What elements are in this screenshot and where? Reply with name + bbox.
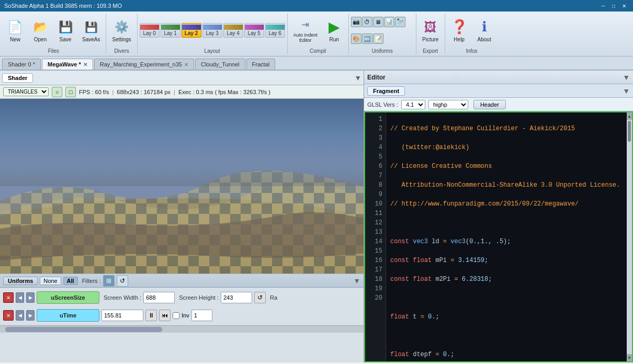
saveas-button[interactable]: 💾 SaveAs (78, 15, 104, 46)
hscroll-thumb[interactable] (5, 327, 162, 332)
lay5-label: Lay 5 (247, 30, 260, 36)
utime-next-button[interactable]: ▶ (26, 310, 35, 321)
utime-prev-button[interactable]: ◀ (16, 310, 24, 321)
picture-button[interactable]: 🖼 Picture (419, 15, 443, 46)
saveas-icon: 💾 (83, 19, 99, 36)
uniform-row-screensize: ✕ ◀ ▶ uScreenSize Screen Width : Screen … (3, 290, 360, 305)
editor-header-dropdown[interactable]: ▼ (623, 73, 630, 82)
main-area: Shader ▼ TRIANGLES ○ □ FPS : 60 f/s | 68… (0, 71, 633, 362)
screensize-refresh-button[interactable]: ↺ (254, 292, 266, 303)
lay0-label: Lay 0 (143, 30, 155, 36)
lay3-button[interactable]: Lay 3 (202, 23, 222, 38)
tab-megawave-close[interactable]: ✕ (83, 62, 87, 67)
tab-shader0[interactable]: Shader 0 * (2, 59, 41, 70)
lay6-button[interactable]: Lay 6 (265, 23, 285, 38)
autoindent-run-group: ⇥ Auto IndentEditor ▶ Run Compil (288, 14, 349, 54)
line-numbers: 1 2 3 4 5 6 7 8 9 10 11 12 13 14 15 16 1… (365, 112, 386, 361)
close-button[interactable]: ✕ (619, 1, 629, 10)
open-button[interactable]: 📂 Open (28, 15, 52, 46)
utime-remove-button[interactable]: ✕ (3, 310, 14, 321)
triangles-select[interactable]: TRIANGLES (3, 87, 49, 96)
tab-megawave[interactable]: MegaWave * ✕ (42, 59, 93, 70)
new-button[interactable]: 📄 New (3, 15, 27, 46)
tab-fractal[interactable]: Fractal (246, 59, 276, 70)
screensize-next-button[interactable]: ▶ (26, 292, 35, 303)
glsl-version-select[interactable]: 4.1 3.3 1.5 (401, 100, 425, 109)
view-icon-3[interactable]: 🖥 (373, 17, 383, 27)
uniforms-tab-button[interactable]: Uniforms (3, 277, 38, 285)
code-line-8 (390, 293, 623, 303)
right-panel: Editor ▼ Fragment ▼ GLSL Vers : 4.1 3.3 … (364, 71, 633, 362)
utime-inv-value[interactable] (191, 310, 212, 321)
uniforms-header: Uniforms None All Filters : ⊞ ↺ ▼ (0, 274, 364, 288)
save-button[interactable]: 💾 Save (53, 15, 77, 46)
utime-value-input[interactable] (101, 310, 143, 321)
lay1-button[interactable]: Lay 1 (161, 23, 180, 38)
about-button[interactable]: ℹ About (472, 15, 496, 46)
shader-dropdown[interactable]: ▼ (354, 74, 361, 82)
uniform-list-icon[interactable]: ↺ (117, 275, 128, 287)
scroll-down-button[interactable]: ▼ (627, 354, 632, 361)
header-button[interactable]: Header (473, 100, 506, 109)
scroll-thumb[interactable] (628, 121, 631, 142)
lay4-button[interactable]: Lay 4 (223, 23, 243, 38)
tab-raymarching-close[interactable]: ✕ (184, 62, 188, 67)
autoindent-button[interactable]: ⇥ Auto IndentEditor (290, 15, 321, 46)
view-icon-7[interactable]: 🔤 (362, 33, 372, 44)
filter-none-button[interactable]: None (40, 277, 61, 285)
code-line-11: float dtepf = 0.; (390, 350, 623, 359)
scroll-up-button[interactable]: ▲ (627, 112, 632, 120)
code-line-6: const float mPi = 3.14159; (390, 256, 623, 265)
code-line-4 (390, 218, 623, 228)
lay0-color-icon (140, 25, 159, 30)
help-label: Help (454, 37, 465, 42)
help-button[interactable]: ❓ Help (447, 15, 471, 46)
scroll-track[interactable] (627, 120, 632, 354)
view-circle-btn[interactable]: ○ (52, 87, 62, 97)
screen-width-input[interactable] (143, 292, 175, 303)
maximize-button[interactable]: □ (609, 1, 618, 10)
lay0-button[interactable]: Lay 0 (140, 23, 160, 38)
filter-all-button[interactable]: All (63, 277, 78, 285)
view-square-btn[interactable]: □ (65, 87, 76, 97)
fragment-button[interactable]: Fragment (367, 86, 405, 96)
utime-reset-button[interactable]: ⏮ (159, 310, 171, 321)
new-label: New (10, 37, 20, 42)
tab-cloudytunnel-label: Cloudy_Tunnel (201, 61, 240, 67)
divers-group: ⚙️ Settings Divers (106, 14, 137, 54)
precision-select[interactable]: highp mediump lowp (428, 100, 468, 109)
code-line-7: const float m2Pi = 6.28318; (390, 275, 623, 284)
tab-cloudytunnel[interactable]: Cloudy_Tunnel (195, 59, 245, 70)
screensize-prev-button[interactable]: ◀ (16, 292, 24, 303)
view-icon-6[interactable]: 🎨 (351, 33, 361, 44)
save-label: Save (60, 37, 72, 42)
lay5-button[interactable]: Lay 5 (244, 23, 264, 38)
view-icon-5[interactable]: 🔭 (395, 17, 405, 27)
shader-tab-button[interactable]: Shader (2, 73, 33, 83)
horizontal-scrollbar[interactable] (0, 325, 364, 333)
utime-play-button[interactable]: ⏸ (145, 310, 157, 321)
minimize-button[interactable]: ─ (598, 1, 608, 10)
lay3-label: Lay 3 (206, 30, 218, 36)
view-icon-4[interactable]: 📊 (384, 17, 394, 27)
screen-height-input[interactable] (221, 292, 252, 303)
uniform-grid-icon[interactable]: ⊞ (103, 275, 115, 287)
view-icon-8[interactable]: 📝 (373, 33, 383, 44)
code-content[interactable]: // Created by Stephane Cuillerdier - Aie… (386, 112, 627, 361)
view-icon-2[interactable]: ⏱ (362, 17, 372, 27)
run-button[interactable]: ▶ Run (322, 15, 346, 46)
view-icon-1[interactable]: 📷 (351, 17, 361, 27)
screensize-remove-button[interactable]: ✕ (3, 292, 14, 303)
editor-scrollbar[interactable]: ▲ ▼ (627, 112, 632, 361)
screensize-extra: Ra (270, 294, 277, 301)
fragment-dropdown[interactable]: ▼ (623, 87, 630, 95)
uniforms-dropdown[interactable]: ▼ (353, 277, 360, 285)
tab-raymarching[interactable]: Ray_Marching_Experiment_n35 ✕ (94, 59, 194, 70)
lay2-button[interactable]: Lay 2 (182, 23, 201, 38)
lay4-label: Lay 4 (227, 30, 239, 36)
code-line-5: const vec3 ld = vec3(0.,1., .5); (390, 237, 623, 246)
code-editor[interactable]: 1 2 3 4 5 6 7 8 9 10 11 12 13 14 15 16 1… (364, 111, 633, 362)
titlebar-controls[interactable]: ─ □ ✕ (598, 1, 629, 10)
utime-inv-checkbox[interactable] (173, 312, 179, 319)
settings-button[interactable]: ⚙️ Settings (108, 15, 134, 46)
